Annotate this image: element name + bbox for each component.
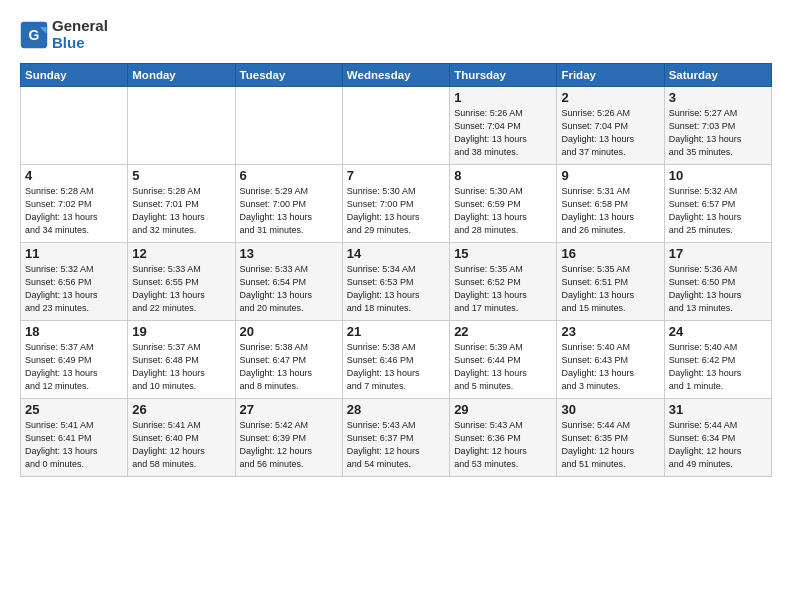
day-cell: 20Sunrise: 5:38 AM Sunset: 6:47 PM Dayli… (235, 321, 342, 399)
day-info: Sunrise: 5:44 AM Sunset: 6:35 PM Dayligh… (561, 419, 659, 471)
col-header-thursday: Thursday (450, 64, 557, 87)
day-info: Sunrise: 5:35 AM Sunset: 6:51 PM Dayligh… (561, 263, 659, 315)
day-number: 21 (347, 324, 445, 339)
day-number: 2 (561, 90, 659, 105)
day-info: Sunrise: 5:43 AM Sunset: 6:37 PM Dayligh… (347, 419, 445, 471)
day-number: 27 (240, 402, 338, 417)
week-row-1: 1Sunrise: 5:26 AM Sunset: 7:04 PM Daylig… (21, 87, 772, 165)
day-number: 16 (561, 246, 659, 261)
day-number: 15 (454, 246, 552, 261)
day-cell: 5Sunrise: 5:28 AM Sunset: 7:01 PM Daylig… (128, 165, 235, 243)
day-info: Sunrise: 5:38 AM Sunset: 6:47 PM Dayligh… (240, 341, 338, 393)
day-info: Sunrise: 5:39 AM Sunset: 6:44 PM Dayligh… (454, 341, 552, 393)
header: G General Blue (20, 18, 772, 51)
day-cell: 3Sunrise: 5:27 AM Sunset: 7:03 PM Daylig… (664, 87, 771, 165)
logo: G General Blue (20, 18, 108, 51)
day-info: Sunrise: 5:33 AM Sunset: 6:54 PM Dayligh… (240, 263, 338, 315)
header-row: SundayMondayTuesdayWednesdayThursdayFrid… (21, 64, 772, 87)
day-info: Sunrise: 5:32 AM Sunset: 6:57 PM Dayligh… (669, 185, 767, 237)
day-cell: 30Sunrise: 5:44 AM Sunset: 6:35 PM Dayli… (557, 399, 664, 477)
logo-icon: G (20, 21, 48, 49)
day-cell: 7Sunrise: 5:30 AM Sunset: 7:00 PM Daylig… (342, 165, 449, 243)
col-header-monday: Monday (128, 64, 235, 87)
day-number: 22 (454, 324, 552, 339)
day-info: Sunrise: 5:28 AM Sunset: 7:01 PM Dayligh… (132, 185, 230, 237)
day-number: 4 (25, 168, 123, 183)
day-number: 13 (240, 246, 338, 261)
day-number: 17 (669, 246, 767, 261)
day-info: Sunrise: 5:33 AM Sunset: 6:55 PM Dayligh… (132, 263, 230, 315)
day-number: 1 (454, 90, 552, 105)
day-info: Sunrise: 5:41 AM Sunset: 6:41 PM Dayligh… (25, 419, 123, 471)
day-number: 10 (669, 168, 767, 183)
col-header-wednesday: Wednesday (342, 64, 449, 87)
week-row-5: 25Sunrise: 5:41 AM Sunset: 6:41 PM Dayli… (21, 399, 772, 477)
day-info: Sunrise: 5:43 AM Sunset: 6:36 PM Dayligh… (454, 419, 552, 471)
day-number: 18 (25, 324, 123, 339)
col-header-friday: Friday (557, 64, 664, 87)
day-cell: 4Sunrise: 5:28 AM Sunset: 7:02 PM Daylig… (21, 165, 128, 243)
day-cell: 18Sunrise: 5:37 AM Sunset: 6:49 PM Dayli… (21, 321, 128, 399)
day-number: 3 (669, 90, 767, 105)
day-cell (235, 87, 342, 165)
day-number: 6 (240, 168, 338, 183)
day-cell (21, 87, 128, 165)
day-cell: 17Sunrise: 5:36 AM Sunset: 6:50 PM Dayli… (664, 243, 771, 321)
day-number: 5 (132, 168, 230, 183)
day-number: 20 (240, 324, 338, 339)
day-cell (342, 87, 449, 165)
logo-text-line2: Blue (52, 35, 108, 52)
day-cell: 13Sunrise: 5:33 AM Sunset: 6:54 PM Dayli… (235, 243, 342, 321)
col-header-sunday: Sunday (21, 64, 128, 87)
day-cell: 10Sunrise: 5:32 AM Sunset: 6:57 PM Dayli… (664, 165, 771, 243)
day-cell: 12Sunrise: 5:33 AM Sunset: 6:55 PM Dayli… (128, 243, 235, 321)
day-cell: 16Sunrise: 5:35 AM Sunset: 6:51 PM Dayli… (557, 243, 664, 321)
day-number: 7 (347, 168, 445, 183)
calendar-table: SundayMondayTuesdayWednesdayThursdayFrid… (20, 63, 772, 477)
day-cell: 26Sunrise: 5:41 AM Sunset: 6:40 PM Dayli… (128, 399, 235, 477)
day-number: 19 (132, 324, 230, 339)
day-info: Sunrise: 5:31 AM Sunset: 6:58 PM Dayligh… (561, 185, 659, 237)
day-cell: 11Sunrise: 5:32 AM Sunset: 6:56 PM Dayli… (21, 243, 128, 321)
day-info: Sunrise: 5:36 AM Sunset: 6:50 PM Dayligh… (669, 263, 767, 315)
day-cell: 6Sunrise: 5:29 AM Sunset: 7:00 PM Daylig… (235, 165, 342, 243)
day-info: Sunrise: 5:40 AM Sunset: 6:42 PM Dayligh… (669, 341, 767, 393)
day-cell: 31Sunrise: 5:44 AM Sunset: 6:34 PM Dayli… (664, 399, 771, 477)
day-number: 30 (561, 402, 659, 417)
week-row-4: 18Sunrise: 5:37 AM Sunset: 6:49 PM Dayli… (21, 321, 772, 399)
day-cell: 22Sunrise: 5:39 AM Sunset: 6:44 PM Dayli… (450, 321, 557, 399)
day-info: Sunrise: 5:26 AM Sunset: 7:04 PM Dayligh… (454, 107, 552, 159)
day-info: Sunrise: 5:37 AM Sunset: 6:49 PM Dayligh… (25, 341, 123, 393)
day-number: 14 (347, 246, 445, 261)
day-info: Sunrise: 5:38 AM Sunset: 6:46 PM Dayligh… (347, 341, 445, 393)
logo-text-line1: General (52, 18, 108, 35)
week-row-3: 11Sunrise: 5:32 AM Sunset: 6:56 PM Dayli… (21, 243, 772, 321)
day-info: Sunrise: 5:34 AM Sunset: 6:53 PM Dayligh… (347, 263, 445, 315)
day-info: Sunrise: 5:37 AM Sunset: 6:48 PM Dayligh… (132, 341, 230, 393)
day-cell: 29Sunrise: 5:43 AM Sunset: 6:36 PM Dayli… (450, 399, 557, 477)
day-cell: 25Sunrise: 5:41 AM Sunset: 6:41 PM Dayli… (21, 399, 128, 477)
day-number: 9 (561, 168, 659, 183)
day-number: 25 (25, 402, 123, 417)
day-number: 29 (454, 402, 552, 417)
day-info: Sunrise: 5:27 AM Sunset: 7:03 PM Dayligh… (669, 107, 767, 159)
day-cell: 1Sunrise: 5:26 AM Sunset: 7:04 PM Daylig… (450, 87, 557, 165)
day-info: Sunrise: 5:41 AM Sunset: 6:40 PM Dayligh… (132, 419, 230, 471)
day-info: Sunrise: 5:44 AM Sunset: 6:34 PM Dayligh… (669, 419, 767, 471)
day-info: Sunrise: 5:28 AM Sunset: 7:02 PM Dayligh… (25, 185, 123, 237)
day-cell: 9Sunrise: 5:31 AM Sunset: 6:58 PM Daylig… (557, 165, 664, 243)
day-info: Sunrise: 5:29 AM Sunset: 7:00 PM Dayligh… (240, 185, 338, 237)
day-cell: 23Sunrise: 5:40 AM Sunset: 6:43 PM Dayli… (557, 321, 664, 399)
calendar-page: G General Blue SundayMondayTuesdayWednes… (0, 0, 792, 487)
day-cell: 8Sunrise: 5:30 AM Sunset: 6:59 PM Daylig… (450, 165, 557, 243)
day-cell: 14Sunrise: 5:34 AM Sunset: 6:53 PM Dayli… (342, 243, 449, 321)
day-number: 11 (25, 246, 123, 261)
day-info: Sunrise: 5:42 AM Sunset: 6:39 PM Dayligh… (240, 419, 338, 471)
col-header-tuesday: Tuesday (235, 64, 342, 87)
day-cell (128, 87, 235, 165)
day-cell: 2Sunrise: 5:26 AM Sunset: 7:04 PM Daylig… (557, 87, 664, 165)
day-number: 23 (561, 324, 659, 339)
svg-text:G: G (29, 26, 40, 42)
day-number: 26 (132, 402, 230, 417)
day-number: 8 (454, 168, 552, 183)
